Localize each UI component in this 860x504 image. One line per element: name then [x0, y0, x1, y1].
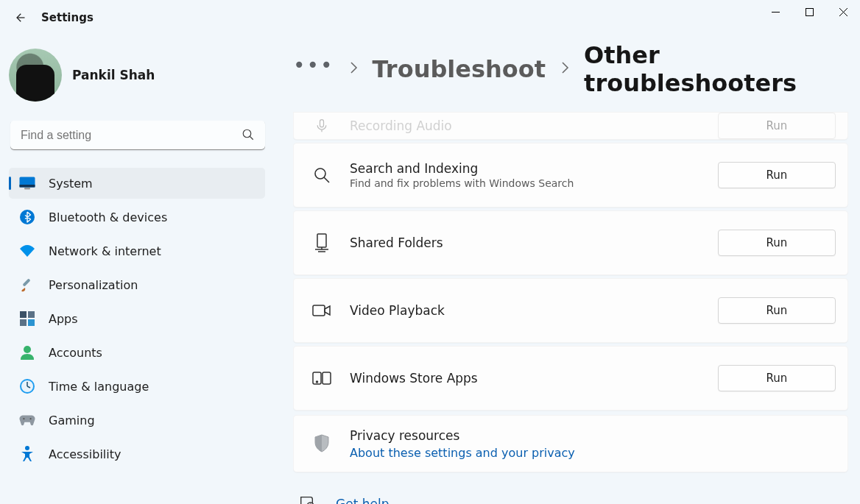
breadcrumb: ••• Troubleshoot Other troubleshooters [293, 41, 848, 97]
accessibility-icon [19, 446, 35, 462]
svg-point-31 [317, 381, 318, 383]
sidebar-item-label: Accounts [49, 346, 102, 360]
svg-point-21 [23, 418, 24, 419]
sidebar-item-label: Time & language [49, 380, 149, 394]
run-button[interactable]: Run [718, 113, 836, 139]
chevron-right-icon [560, 61, 569, 77]
breadcrumb-overflow[interactable]: ••• [293, 53, 334, 77]
close-button[interactable] [826, 0, 860, 24]
brush-icon [19, 277, 35, 293]
troubleshooter-subtitle: Find and fix problems with Windows Searc… [350, 177, 718, 189]
svg-rect-13 [28, 311, 35, 318]
svg-point-25 [315, 168, 325, 179]
troubleshooter-card-video-playback: Video Playback Run [293, 278, 848, 343]
run-button[interactable]: Run [718, 297, 836, 324]
wifi-icon [19, 243, 35, 259]
sidebar-item-time-language[interactable]: Time & language [9, 371, 265, 402]
svg-point-5 [243, 129, 251, 138]
sidebar-item-label: Bluetooth & devices [49, 210, 167, 224]
shield-icon [311, 434, 332, 453]
window-title: Settings [41, 11, 94, 24]
privacy-title: Privacy resources [350, 428, 836, 443]
sidebar-item-label: Network & internet [49, 244, 161, 258]
sidebar-item-system[interactable]: System [9, 168, 265, 199]
sidebar-item-apps[interactable]: Apps [9, 303, 265, 334]
troubleshooter-title: Shared Folders [350, 235, 718, 250]
shared-folder-icon [311, 233, 332, 252]
svg-rect-30 [322, 372, 331, 384]
help-icon: ? [299, 494, 315, 504]
svg-rect-24 [320, 120, 324, 127]
troubleshooter-card-shared-folders: Shared Folders Run [293, 210, 848, 275]
run-button[interactable]: Run [718, 162, 836, 188]
sidebar-item-accounts[interactable]: Accounts [9, 337, 265, 368]
troubleshooter-title: Recording Audio [350, 118, 718, 133]
sidebar-item-label: Gaming [49, 414, 95, 427]
sidebar-item-gaming[interactable]: Gaming [9, 405, 265, 436]
gamepad-icon [19, 412, 35, 428]
chevron-right-icon [349, 61, 358, 77]
run-button[interactable]: Run [718, 230, 836, 256]
svg-line-26 [324, 177, 329, 182]
sidebar-item-label: Accessibility [49, 447, 121, 461]
sidebar-item-bluetooth[interactable]: Bluetooth & devices [9, 202, 265, 233]
svg-rect-8 [20, 185, 35, 188]
profile-name: Pankil Shah [72, 68, 155, 82]
apps-icon [19, 310, 35, 327]
sidebar-item-label: Apps [49, 312, 78, 326]
person-icon [19, 344, 35, 361]
svg-rect-14 [20, 319, 27, 326]
breadcrumb-parent[interactable]: Troubleshoot [373, 55, 546, 83]
svg-rect-15 [28, 319, 35, 326]
microphone-icon [311, 118, 332, 133]
svg-rect-28 [313, 305, 325, 316]
clock-icon [19, 378, 35, 394]
page-title: Other troubleshooters [584, 41, 848, 97]
maximize-button[interactable] [792, 0, 826, 24]
avatar [9, 49, 62, 102]
troubleshooter-title: Video Playback [350, 303, 718, 318]
back-button[interactable] [12, 10, 27, 25]
bluetooth-icon [19, 209, 35, 225]
svg-rect-9 [24, 188, 30, 190]
svg-point-22 [29, 418, 31, 419]
troubleshooter-card-search-indexing: Search and Indexing Find and fix problem… [293, 143, 848, 207]
troubleshooter-title: Windows Store Apps [350, 371, 718, 386]
privacy-link[interactable]: About these settings and your privacy [350, 446, 836, 460]
store-apps-icon [311, 371, 332, 386]
search-icon [311, 166, 332, 184]
video-icon [311, 303, 332, 318]
minimize-button[interactable] [758, 0, 792, 24]
get-help-link[interactable]: Get help [336, 497, 389, 504]
troubleshooter-title: Search and Indexing [350, 161, 718, 176]
svg-point-16 [24, 346, 31, 353]
system-icon [19, 175, 35, 191]
troubleshooter-card-windows-store-apps: Windows Store Apps Run [293, 346, 848, 411]
svg-rect-12 [20, 311, 27, 318]
search-icon [242, 128, 255, 144]
sidebar-item-network[interactable]: Network & internet [9, 235, 265, 266]
search-input[interactable] [10, 121, 265, 150]
svg-rect-11 [22, 278, 30, 286]
sidebar-item-accessibility[interactable]: Accessibility [9, 439, 265, 469]
svg-rect-1 [806, 8, 813, 15]
svg-point-23 [25, 446, 29, 450]
svg-line-6 [250, 136, 253, 140]
svg-rect-27 [317, 234, 326, 247]
sidebar-item-label: System [49, 177, 93, 191]
run-button[interactable]: Run [718, 365, 836, 391]
privacy-resources-card: Privacy resources About these settings a… [293, 415, 848, 472]
troubleshooter-card-recording-audio: Recording Audio Run [293, 112, 848, 140]
profile-block[interactable]: Pankil Shah [9, 49, 265, 102]
sidebar-item-personalization[interactable]: Personalization [9, 269, 265, 300]
sidebar-item-label: Personalization [49, 278, 138, 292]
